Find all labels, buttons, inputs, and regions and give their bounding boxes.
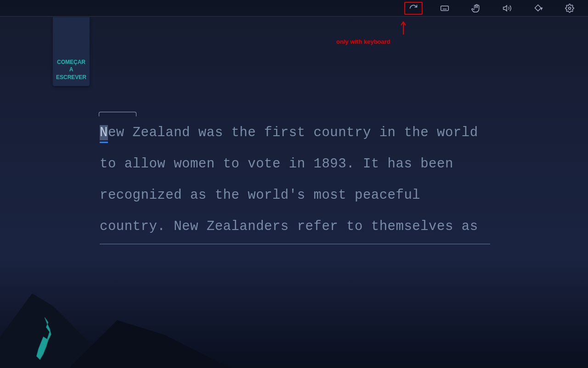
background-mountains bbox=[0, 267, 588, 368]
settings-icon[interactable] bbox=[560, 2, 579, 15]
annotation-arrow-icon bbox=[399, 21, 408, 37]
remaining-text: ew Zealand was the first country in the … bbox=[100, 125, 478, 234]
cursor-indicator bbox=[99, 112, 136, 116]
typing-area[interactable]: New Zealand was the first country in the… bbox=[100, 117, 490, 244]
keyboard-icon[interactable] bbox=[435, 2, 454, 15]
volume-icon[interactable] bbox=[498, 2, 516, 15]
bookmark-label: COMEÇAR A ESCREVER bbox=[56, 58, 86, 81]
mountain-shape bbox=[69, 308, 230, 368]
paint-icon[interactable] bbox=[529, 2, 548, 15]
start-typing-bookmark[interactable]: COMEÇAR A ESCREVER bbox=[53, 17, 90, 86]
redo-icon[interactable] bbox=[404, 2, 423, 15]
nz-map-icon bbox=[32, 315, 57, 363]
svg-rect-0 bbox=[441, 6, 449, 11]
svg-point-7 bbox=[569, 7, 571, 9]
typing-text: New Zealand was the first country in the… bbox=[100, 117, 490, 244]
toolbar bbox=[0, 0, 588, 17]
svg-marker-6 bbox=[503, 6, 507, 11]
current-character: N bbox=[100, 125, 108, 140]
hand-icon[interactable] bbox=[467, 2, 485, 15]
annotation-label: only with keyboard bbox=[336, 38, 390, 45]
